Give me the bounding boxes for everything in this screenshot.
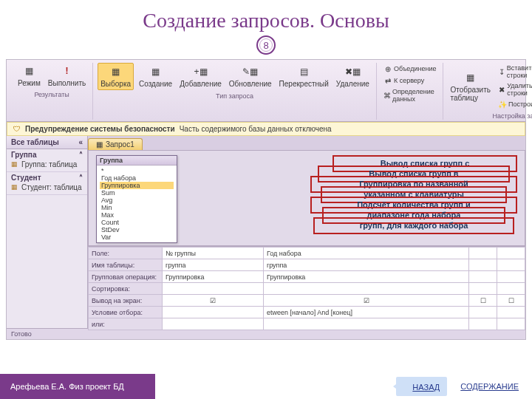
show-checkbox[interactable]: ☑ (163, 295, 264, 307)
row-label: Вывод на экран: (89, 295, 163, 307)
grid-cell[interactable]: etween [начало] And [конец] (263, 307, 468, 318)
grid-cell[interactable]: Год набора (263, 248, 468, 259)
field-item[interactable]: Группировка (100, 182, 174, 189)
wand-icon: ✨ (498, 100, 507, 109)
navpane-section-group: Группа˄ Группа: таблица (7, 149, 87, 172)
field-item[interactable]: * (100, 167, 174, 174)
crosstab-icon: ▤ (297, 65, 310, 78)
maketable-button[interactable]: ▦Создание (137, 64, 174, 89)
nav-toc-link[interactable]: СОДЕРЖАНИЕ (460, 382, 519, 391)
row-label: Имя таблицы: (89, 259, 163, 271)
view-button[interactable]: ▦Режим (16, 63, 43, 89)
union-icon: ⊕ (383, 64, 392, 73)
field-item[interactable]: Год набора (100, 174, 174, 182)
grid-cell[interactable] (469, 259, 497, 271)
chevron-up-icon[interactable]: ˄ (79, 174, 83, 182)
insertrows-button[interactable]: ↧Вставить строки (496, 63, 532, 81)
navigation-pane: Все таблицы « Группа˄ Группа: таблица Ст… (7, 136, 88, 328)
chevron-up-icon[interactable]: ˄ (79, 151, 83, 159)
delete-query-button[interactable]: ✖▦Удаление (334, 64, 372, 89)
union-button[interactable]: ⊕Объединение (381, 63, 439, 75)
navpane-item[interactable]: Группа: таблица (11, 159, 83, 170)
grid-cell[interactable] (497, 318, 525, 330)
ribbon: ▦Режим !Выполнить Результаты ▦Выборка ▦С… (7, 60, 525, 122)
grid-cell[interactable] (163, 307, 264, 318)
row-label: или: (89, 318, 163, 330)
grid-cell[interactable] (163, 318, 264, 330)
grid-cell[interactable]: группа (263, 259, 468, 271)
security-warning-bar: 🛡 Предупреждение системы безопасности Ча… (7, 122, 525, 136)
field-item[interactable]: Avg (100, 197, 174, 204)
grid-cell[interactable]: Группировка (163, 271, 264, 283)
grid-cell[interactable] (469, 307, 497, 318)
server-icon: ⇄ (383, 76, 392, 85)
chevron-left-icon[interactable]: « (78, 138, 83, 146)
grid-cell[interactable] (497, 307, 525, 318)
slide-title: Создание запросов. Основы (0, 0, 532, 35)
query-icon: ▦ (96, 140, 103, 149)
qbe-grid[interactable]: Поле: № группы Год набора Имя таблицы: г… (88, 246, 525, 330)
grid-cell[interactable]: № группы (163, 248, 264, 259)
crosstab-button[interactable]: ▤Перекрестный (277, 64, 331, 89)
footer-author: Арефьева Е.А. Физ проект БД (0, 374, 155, 399)
slide-footer: Арефьева Е.А. Физ проект БД НАЗАД СОДЕРЖ… (0, 374, 532, 399)
tab-query1[interactable]: ▦ Запрос1 (88, 138, 143, 150)
callout: групп, для каждого набора (313, 217, 514, 234)
field-item[interactable]: Count (100, 219, 174, 226)
table-icon: ▦ (109, 65, 123, 78)
x-table-icon: ✖▦ (346, 65, 359, 78)
datadef-button[interactable]: ⌘Определение данных (381, 86, 439, 104)
shield-icon: 🛡 (13, 125, 21, 133)
deleterows-button[interactable]: ✖Удалить строки (496, 81, 532, 98)
table-window-group[interactable]: Группа * Год набора Группировка Sum Avg … (96, 155, 177, 243)
grid-cell[interactable] (163, 283, 264, 295)
grid-cell[interactable] (469, 283, 497, 295)
run-button[interactable]: !Выполнить (46, 63, 88, 89)
grid-cell[interactable] (497, 283, 525, 295)
show-checkbox[interactable]: ☑ (263, 295, 468, 307)
document-tabs: ▦ Запрос1 (88, 136, 525, 150)
show-checkbox[interactable]: ☐ (469, 295, 497, 307)
grid-cell[interactable] (497, 248, 525, 259)
ddl-icon: ⌘ (383, 91, 391, 100)
grid-cell[interactable]: Группировка (263, 271, 468, 283)
showtable-button[interactable]: ▦Отобразить таблицу (448, 69, 493, 103)
row-label: Сортировка: (89, 283, 163, 295)
grid-cell[interactable] (497, 259, 525, 271)
grid-cell[interactable] (469, 248, 497, 259)
table-window-title: Группа (97, 156, 177, 166)
grid-cell[interactable] (263, 318, 468, 330)
field-item[interactable]: StDev (100, 226, 174, 233)
navpane-item[interactable]: Студент: таблица (11, 182, 83, 193)
field-item[interactable]: Sum (100, 189, 174, 197)
grid-cell[interactable]: группа (163, 259, 264, 271)
nav-back-button[interactable]: НАЗАД (396, 377, 447, 396)
plus-table-icon: +▦ (194, 65, 208, 78)
select-query-button[interactable]: ▦Выборка (98, 63, 134, 90)
ribbon-group-results: ▦Режим !Выполнить Результаты (11, 63, 93, 120)
navpane-section-student: Студент˄ Студент: таблица (7, 172, 87, 195)
row-label: Групповая операция: (89, 271, 163, 283)
field-list[interactable]: * Год набора Группировка Sum Avg Min Max… (97, 166, 177, 242)
update-button[interactable]: ✎▦Обновление (227, 64, 274, 89)
append-button[interactable]: +▦Добавление (177, 64, 224, 89)
builder-button[interactable]: ✨Построитель (496, 98, 532, 110)
grid-icon: ▦ (22, 64, 35, 78)
grid-cell[interactable] (469, 271, 497, 283)
ribbon-group-advanced: ⊕Объединение ⇄К серверу ⌘Определение дан… (377, 63, 444, 120)
deleterow-icon: ✖ (498, 85, 505, 94)
show-checkbox[interactable]: ☐ (497, 295, 525, 307)
main-area: ▦ Запрос1 Группа * Год набора Группировк… (88, 136, 525, 328)
table-icon: ▦ (464, 71, 477, 84)
passthrough-button[interactable]: ⇄К серверу (381, 75, 439, 86)
grid-cell[interactable] (497, 271, 525, 283)
query-design-canvas[interactable]: Группа * Год набора Группировка Sum Avg … (88, 150, 525, 246)
field-item[interactable]: Min (100, 204, 174, 211)
grid-cell[interactable] (263, 283, 468, 295)
navpane-header[interactable]: Все таблицы « (7, 136, 87, 149)
field-item[interactable]: Max (100, 211, 174, 219)
field-item[interactable]: Var (100, 233, 174, 241)
slide-number-badge: 8 (256, 35, 276, 55)
ribbon-group-setup: ▦Отобразить таблицу ↧Вставить строки ✖Уд… (443, 63, 532, 120)
grid-cell[interactable] (469, 318, 497, 330)
